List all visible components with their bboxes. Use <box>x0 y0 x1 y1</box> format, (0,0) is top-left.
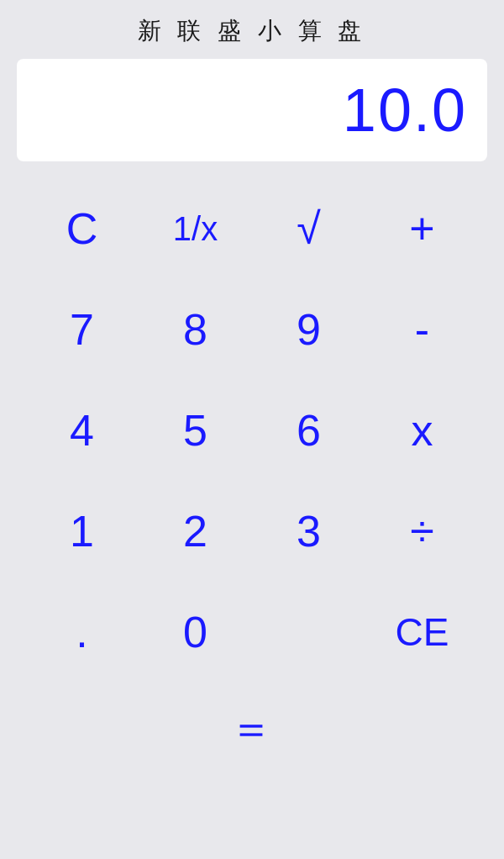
divide-button[interactable]: ÷ <box>365 481 479 582</box>
key-8[interactable]: 8 <box>139 279 252 380</box>
empty-key <box>252 582 365 682</box>
ce-button[interactable]: CE <box>365 582 479 682</box>
key-7[interactable]: 7 <box>25 279 139 380</box>
subtract-button[interactable]: - <box>365 279 479 380</box>
add-button[interactable]: + <box>365 178 479 279</box>
key-4[interactable]: 4 <box>25 380 139 481</box>
equals-button[interactable]: ＝ <box>196 691 308 767</box>
keypad: C 1/x √ + 7 8 9 - 4 5 6 x 1 2 3 ÷ . 0 CE <box>17 178 487 682</box>
key-3[interactable]: 3 <box>252 481 365 582</box>
key-2[interactable]: 2 <box>139 481 252 582</box>
key-9[interactable]: 9 <box>252 279 365 380</box>
multiply-button[interactable]: x <box>365 380 479 481</box>
key-0[interactable]: 0 <box>139 582 252 682</box>
display-area: 10.0 <box>17 59 487 161</box>
key-1[interactable]: 1 <box>25 481 139 582</box>
decimal-button[interactable]: . <box>25 582 139 682</box>
equals-row: ＝ <box>17 682 487 792</box>
key-5[interactable]: 5 <box>139 380 252 481</box>
key-6[interactable]: 6 <box>252 380 365 481</box>
clear-button[interactable]: C <box>25 178 139 279</box>
reciprocal-button[interactable]: 1/x <box>139 178 252 279</box>
display-value: 10.0 <box>343 76 467 145</box>
sqrt-button[interactable]: √ <box>252 178 365 279</box>
app-title: 新 联 盛 小 算 盘 <box>0 0 504 59</box>
